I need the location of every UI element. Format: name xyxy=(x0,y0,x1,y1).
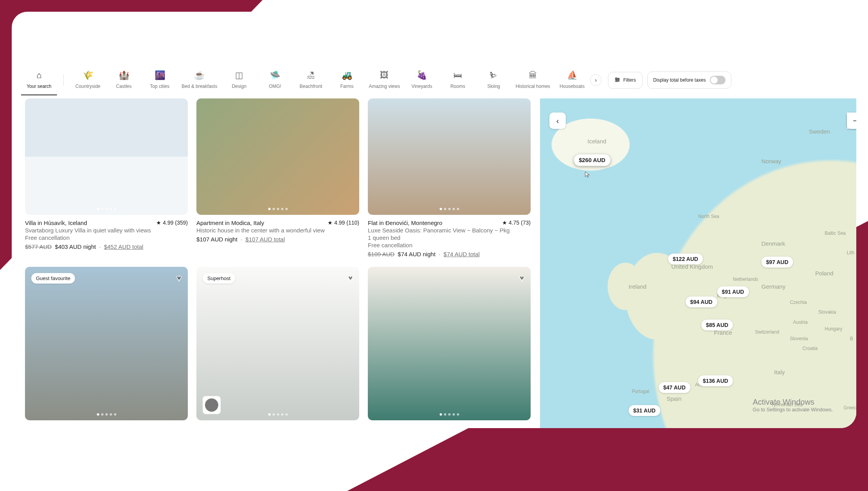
listing-title: Flat in Đenovići, Montenegro xyxy=(368,220,442,226)
carousel-dots[interactable] xyxy=(368,208,531,210)
star-icon: ★ xyxy=(502,220,507,226)
category-bnb[interactable]: ☕ Bed & breakfasts xyxy=(178,70,221,95)
listing-total[interactable]: $452 AUD total xyxy=(104,243,143,250)
category-countryside[interactable]: 🌾 Countryside xyxy=(70,70,106,95)
coffee-icon: ☕ xyxy=(194,70,205,80)
category-label: Your search xyxy=(27,84,52,89)
carousel-dots[interactable] xyxy=(368,413,531,416)
category-rooms[interactable]: 🛏 Rooms xyxy=(440,70,476,95)
display-total-label: Display total before taxes xyxy=(653,77,706,83)
category-next-button[interactable]: › xyxy=(590,74,602,86)
listing-badge: Superhost xyxy=(203,273,235,284)
host-avatar[interactable] xyxy=(203,396,221,414)
map-price-pill[interactable]: $94 AUD xyxy=(686,296,717,307)
ski-icon: ⛷ xyxy=(489,70,498,80)
map-price-pill[interactable]: $91 AUD xyxy=(717,286,749,297)
category-separator xyxy=(63,74,64,86)
listing-card[interactable]: Flat in Đenovići, Montenegro ★ 4.75 (73)… xyxy=(368,98,531,257)
carousel-dots[interactable] xyxy=(196,208,359,210)
listing-price: $577 AUD $403 AUD night · $452 AUD total xyxy=(25,243,188,250)
star-icon: ★ xyxy=(328,220,333,226)
category-omg[interactable]: 🛸 OMG! xyxy=(257,70,293,95)
listing-card[interactable]: Guest favourite ♥ xyxy=(25,267,188,420)
category-houseboats[interactable]: ⛵ Houseboats xyxy=(554,70,590,95)
svg-point-1 xyxy=(618,79,619,80)
main-split: Villa in Húsavík, Iceland ★ 4.99 (359) S… xyxy=(12,95,856,428)
countryside-icon: 🌾 xyxy=(83,70,93,80)
category-your-search[interactable]: ⌂ Your search xyxy=(21,70,57,95)
listing-image[interactable] xyxy=(25,98,188,215)
category-top-cities[interactable]: 🌆 Top cities xyxy=(142,70,178,95)
listing-card[interactable]: Villa in Húsavík, Iceland ★ 4.99 (359) S… xyxy=(25,98,188,257)
category-skiing[interactable]: ⛷ Skiing xyxy=(476,70,512,95)
heart-icon[interactable]: ♥ xyxy=(176,273,182,283)
ufo-icon: 🛸 xyxy=(270,70,280,80)
category-castles[interactable]: 🏰 Castles xyxy=(106,70,142,95)
category-vineyards[interactable]: 🍇 Vineyards xyxy=(404,70,440,95)
category-label: Bed & breakfasts xyxy=(182,84,217,89)
chevron-right-icon: › xyxy=(595,77,597,83)
map-collapse-button[interactable]: ‹ xyxy=(549,112,566,129)
listing-image[interactable]: ♥ xyxy=(368,267,531,420)
display-total-toggle[interactable]: Display total before taxes xyxy=(647,71,731,89)
listing-total[interactable]: $74 AUD total xyxy=(444,251,480,257)
boat-icon: ⛵ xyxy=(567,70,577,80)
heart-icon[interactable]: ♥ xyxy=(348,273,353,283)
toggle-switch[interactable] xyxy=(710,76,725,84)
map-panel[interactable]: ‹ + − IcelandNorwaySwedenNorth SeaUnited… xyxy=(540,98,856,428)
listing-title: Apartment in Modica, Italy xyxy=(196,220,264,226)
category-label: Rooms xyxy=(450,84,465,89)
category-label: Historical homes xyxy=(515,84,550,89)
map-price-pill[interactable]: $136 AUD xyxy=(698,375,733,386)
svg-point-2 xyxy=(616,80,617,81)
heart-icon[interactable]: ♥ xyxy=(519,273,524,283)
sliders-icon xyxy=(615,77,620,84)
farm-icon: 🚜 xyxy=(342,70,352,80)
filters-button[interactable]: Filters xyxy=(608,72,643,89)
star-icon: ★ xyxy=(156,220,161,226)
category-label: Countryside xyxy=(75,84,100,89)
map-price-pill[interactable]: $260 AUD xyxy=(574,154,610,166)
map-price-pill[interactable]: $97 AUD xyxy=(761,257,793,268)
category-label: Beachfront xyxy=(299,84,322,89)
city-icon: 🌆 xyxy=(155,70,165,80)
category-label: OMG! xyxy=(269,84,281,89)
app-window: ⌂ Your search 🌾 Countryside 🏰 Castles 🌆 … xyxy=(12,12,856,428)
category-design[interactable]: ◫ Design xyxy=(221,70,257,95)
svg-point-0 xyxy=(616,77,617,79)
category-label: Farms xyxy=(340,84,353,89)
category-amazing-views[interactable]: 🖼 Amazing views xyxy=(365,70,404,95)
listing-card[interactable]: Superhost ♥ xyxy=(196,267,359,420)
listing-price: $109 AUD $74 AUD night · $74 AUD total xyxy=(368,251,531,257)
listing-image[interactable] xyxy=(196,98,359,215)
carousel-dots[interactable] xyxy=(25,413,188,416)
listing-rating: ★ 4.99 (359) xyxy=(156,220,188,226)
category-historical[interactable]: 🏛 Historical homes xyxy=(512,70,554,95)
map-price-pill[interactable]: $122 AUD xyxy=(668,254,703,264)
category-label: Vineyards xyxy=(412,84,432,89)
zoom-out-button[interactable]: − xyxy=(847,112,856,129)
design-icon: ◫ xyxy=(235,70,243,80)
listing-rating: ★ 4.75 (73) xyxy=(502,220,531,226)
listing-image[interactable]: Guest favourite ♥ xyxy=(25,267,188,420)
map-price-pill[interactable]: $31 AUD xyxy=(629,405,660,416)
carousel-dots[interactable] xyxy=(25,208,188,210)
category-farms[interactable]: 🚜 Farms xyxy=(329,70,365,95)
listing-desc: Luxe Seaside Oasis: Panoramic View ~ Bal… xyxy=(368,227,531,234)
listing-title: Villa in Húsavík, Iceland xyxy=(25,220,87,226)
listing-total[interactable]: $107 AUD total xyxy=(246,236,285,243)
listing-card[interactable]: ♥ xyxy=(368,267,531,420)
grape-icon: 🍇 xyxy=(417,70,427,80)
category-beachfront[interactable]: 🏖 Beachfront xyxy=(293,70,329,95)
carousel-dots[interactable] xyxy=(196,413,359,416)
listing-desc: Historic house in the center with a wond… xyxy=(196,227,359,234)
category-label: Castles xyxy=(116,84,132,89)
map-price-pill[interactable]: $85 AUD xyxy=(701,320,733,330)
filters-label: Filters xyxy=(623,77,636,83)
listing-image[interactable] xyxy=(368,98,531,215)
listing-card[interactable]: Apartment in Modica, Italy ★ 4.99 (110) … xyxy=(196,98,359,257)
listing-image[interactable]: Superhost ♥ xyxy=(196,267,359,420)
listing-desc: Svartaborg Luxury Villa in quiet valley … xyxy=(25,227,188,234)
category-label: Amazing views xyxy=(369,84,400,89)
map-price-pill[interactable]: $47 AUD xyxy=(659,382,690,393)
